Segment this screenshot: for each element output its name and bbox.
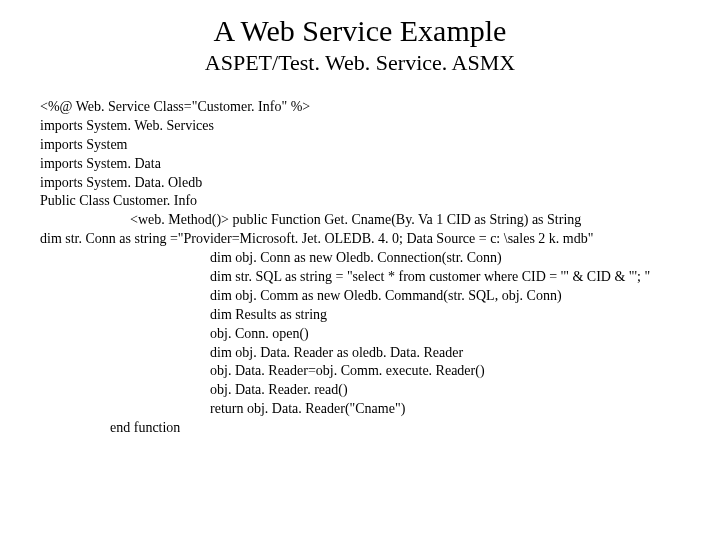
code-line: obj. Data. Reader=obj. Comm. execute. Re… <box>40 362 680 381</box>
code-line: dim str. Conn as string ="Provider=Micro… <box>40 230 680 249</box>
code-line: Public Class Customer. Info <box>40 192 680 211</box>
code-line: dim obj. Conn as new Oledb. Connection(s… <box>40 249 680 268</box>
code-line: <web. Method()> public Function Get. Cna… <box>40 211 680 230</box>
code-line: dim obj. Comm as new Oledb. Command(str.… <box>40 287 680 306</box>
slide-subtitle: ASPET/Test. Web. Service. ASMX <box>40 50 680 76</box>
code-line: dim str. SQL as string = "select * from … <box>40 268 680 287</box>
code-line: dim obj. Data. Reader as oledb. Data. Re… <box>40 344 680 363</box>
code-line: imports System. Data <box>40 155 680 174</box>
code-line: imports System <box>40 136 680 155</box>
slide-title: A Web Service Example <box>40 14 680 48</box>
slide: A Web Service Example ASPET/Test. Web. S… <box>0 0 720 448</box>
code-line: imports System. Web. Services <box>40 117 680 136</box>
code-line: end function <box>40 419 680 438</box>
code-line: obj. Data. Reader. read() <box>40 381 680 400</box>
code-line: dim Results as string <box>40 306 680 325</box>
code-line: return obj. Data. Reader("Cname") <box>40 400 680 419</box>
code-line: <%@ Web. Service Class="Customer. Info" … <box>40 98 680 117</box>
code-line: imports System. Data. Oledb <box>40 174 680 193</box>
code-line: obj. Conn. open() <box>40 325 680 344</box>
